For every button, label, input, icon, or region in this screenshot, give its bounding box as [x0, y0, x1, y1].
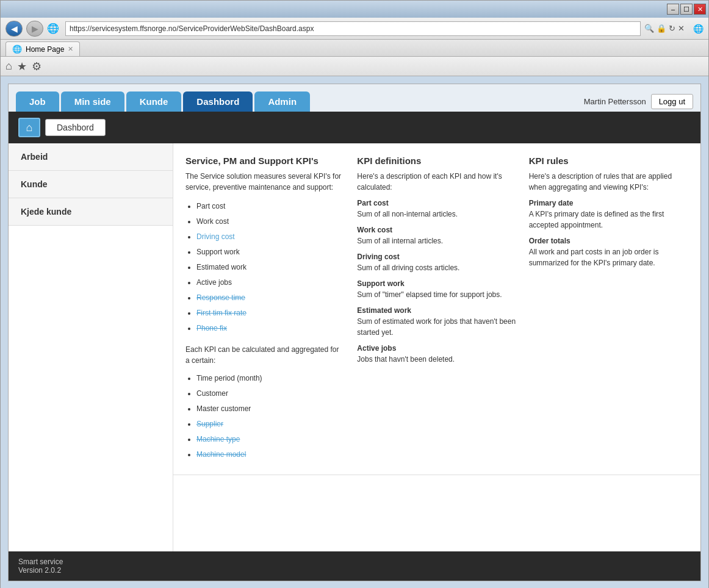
- page-wrapper: Job Min side Kunde Dashbord Admin Martin…: [1, 76, 708, 588]
- browser-window: – ☐ ✕ ◀ ▶ 🌐 https://servicesystem.ffsnor…: [0, 0, 709, 588]
- kpi-term-active-jobs: Active jobs: [357, 344, 516, 353]
- tab-job[interactable]: Job: [16, 91, 59, 112]
- tab-label: Home Page: [26, 45, 64, 54]
- list-item: Response time: [196, 290, 345, 305]
- kpi-term-estimated-work: Estimated work: [357, 306, 516, 315]
- content-lower: [173, 475, 700, 551]
- kpi-def-support-work: Sum of "timer" elapsed time for support …: [357, 289, 516, 300]
- ie-icon: 🌐: [47, 23, 59, 34]
- col3-heading: KPI rules: [529, 156, 688, 166]
- kpi-col-2: KPI definitions Here's a description of …: [357, 156, 516, 462]
- col1-intro: The Service solution measures several KP…: [185, 171, 345, 193]
- maximize-button[interactable]: ☐: [680, 4, 693, 15]
- user-name: Martin Pettersson: [584, 97, 646, 106]
- url-text: https://servicesystem.ffsnorge.no/Servic…: [70, 24, 314, 33]
- settings-icon[interactable]: ⚙: [32, 60, 41, 73]
- col1-agg-list: Time period (month) Customer Master cust…: [185, 371, 345, 462]
- col2-intro: Here's a description of each KPI and how…: [357, 171, 516, 193]
- footer-line2: Version 2.0.2: [18, 566, 691, 575]
- user-area: Martin Pettersson Logg ut: [584, 94, 693, 112]
- kpi-def-work-cost: Sum of all internal articles.: [357, 235, 516, 246]
- list-item: Support work: [196, 245, 345, 259]
- forward-button[interactable]: ▶: [26, 21, 43, 37]
- tab-bar: 🌐 Home Page ✕: [1, 40, 708, 57]
- close-button[interactable]: ✕: [694, 4, 706, 15]
- sidebar-item-kjede-kunde[interactable]: Kjede kunde: [9, 198, 173, 226]
- title-bar: – ☐ ✕: [1, 1, 708, 18]
- kpi-def-part-cost: Sum of all non-internal articles.: [357, 209, 516, 220]
- kpi-term-primary-date: Primary date: [529, 199, 688, 207]
- list-item: Machine model: [196, 447, 345, 462]
- list-item: Work cost: [196, 214, 345, 229]
- col1-heading: Service, PM and Support KPI's: [185, 156, 345, 166]
- kpi-col-1: Service, PM and Support KPI's The Servic…: [185, 156, 345, 462]
- list-item: Estimated work: [196, 260, 345, 274]
- home-subnav-button[interactable]: ⌂: [18, 118, 40, 137]
- content-panel: Service, PM and Support KPI's The Servic…: [173, 143, 700, 551]
- refresh-icon[interactable]: ↻: [669, 24, 675, 33]
- list-item: Customer: [196, 386, 345, 401]
- address-bar-icons: 🔍 🔒 ↻ ✕: [644, 24, 685, 33]
- address-bar-row: ◀ ▶ 🌐 https://servicesystem.ffsnorge.no/…: [1, 18, 708, 40]
- stop-icon[interactable]: ✕: [678, 24, 685, 33]
- kpi-def-driving-cost: Sum of all driving costs articles.: [357, 262, 516, 273]
- main-layout: Arbeid Kunde Kjede kunde Service, PM and…: [9, 143, 700, 551]
- kpi-col-3: KPI rules Here's a description of rules …: [529, 156, 688, 462]
- toolbar-row: ⌂ ★ ⚙: [1, 57, 708, 76]
- kpi-def-primary-date: A KPI's primary date is defined as the f…: [529, 209, 688, 231]
- list-item: Supplier: [196, 417, 345, 431]
- kpi-term-support-work: Support work: [357, 279, 516, 288]
- tab-min-side[interactable]: Min side: [61, 91, 124, 112]
- list-item: Time period (month): [196, 371, 345, 385]
- kpi-grid: Service, PM and Support KPI's The Servic…: [185, 156, 688, 462]
- footer-line1: Smart service: [18, 558, 691, 566]
- search-icon[interactable]: 🔍: [644, 24, 654, 33]
- list-item: First tim fix rate: [196, 306, 345, 320]
- subnav-active-label[interactable]: Dashbord: [45, 119, 106, 136]
- sub-nav: ⌂ Dashbord: [9, 112, 700, 143]
- page-footer: Smart service Version 2.0.2: [9, 551, 700, 581]
- browser-tab-home[interactable]: 🌐 Home Page ✕: [5, 41, 80, 56]
- sidebar: Arbeid Kunde Kjede kunde: [9, 143, 173, 551]
- kpi-def-estimated-work: Sum of estimated work for jobs that have…: [357, 316, 516, 338]
- back-button[interactable]: ◀: [5, 21, 23, 37]
- lock-icon: 🔒: [657, 24, 666, 33]
- favorites-icon[interactable]: ★: [17, 60, 27, 73]
- kpi-section: Service, PM and Support KPI's The Servic…: [173, 143, 700, 462]
- inner-box: Job Min side Kunde Dashbord Admin Martin…: [8, 84, 701, 581]
- list-item: Part cost: [196, 199, 345, 213]
- tab-kunde[interactable]: Kunde: [126, 91, 182, 112]
- sidebar-item-kunde[interactable]: Kunde: [9, 171, 173, 198]
- address-input[interactable]: https://servicesystem.ffsnorge.no/Servic…: [65, 21, 641, 36]
- tab-admin[interactable]: Admin: [254, 91, 310, 112]
- list-item: Master customer: [196, 401, 345, 416]
- top-nav: Job Min side Kunde Dashbord Admin Martin…: [9, 84, 700, 112]
- kpi-def-order-totals: All work and part costs in an job order …: [529, 246, 688, 268]
- sidebar-item-arbeid[interactable]: Arbeid: [9, 143, 173, 171]
- window-controls: – ☐ ✕: [667, 4, 706, 15]
- kpi-term-part-cost: Part cost: [357, 199, 516, 207]
- list-item: Active jobs: [196, 275, 345, 290]
- tab-dashbord[interactable]: Dashbord: [183, 91, 253, 112]
- kpi-term-work-cost: Work cost: [357, 226, 516, 234]
- col1-agg-intro: Each KPI can be calculated and aggregate…: [185, 344, 345, 366]
- col3-intro: Here's a description of rules that are a…: [529, 171, 688, 193]
- list-item: Phone fix: [196, 321, 345, 335]
- tab-close-icon[interactable]: ✕: [68, 45, 73, 53]
- col1-items-list: Part cost Work cost Driving cost Support…: [185, 199, 345, 335]
- list-item: Driving cost: [196, 229, 345, 244]
- kpi-term-order-totals: Order totals: [529, 237, 688, 245]
- kpi-term-driving-cost: Driving cost: [357, 253, 516, 261]
- logout-button[interactable]: Logg ut: [651, 94, 693, 109]
- tab-icon: 🌐: [12, 45, 22, 54]
- kpi-def-active-jobs: Jobs that havn't been deleted.: [357, 354, 516, 365]
- minimize-button[interactable]: –: [667, 4, 679, 15]
- browser-logo: 🌐: [693, 24, 704, 34]
- home-toolbar-icon[interactable]: ⌂: [5, 60, 12, 73]
- col2-heading: KPI definitions: [357, 156, 516, 166]
- list-item: Machine type: [196, 432, 345, 446]
